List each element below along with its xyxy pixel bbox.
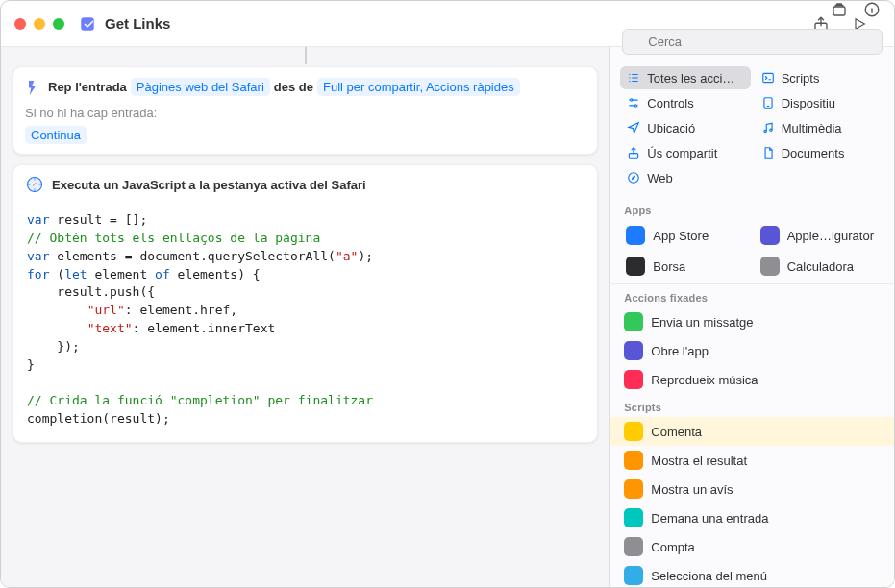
category-label: Scripts <box>782 71 820 86</box>
action-icon <box>624 451 643 470</box>
from-label: des de <box>274 80 313 94</box>
share-icon <box>626 145 641 160</box>
slider-icon <box>626 95 641 110</box>
script-action-item[interactable]: Demana una entrada <box>610 503 894 532</box>
app-icon <box>626 226 645 245</box>
app-icon <box>760 226 780 245</box>
search-box <box>622 29 883 55</box>
action-icon <box>624 479 643 499</box>
category-document[interactable]: Documents <box>755 141 884 164</box>
pinned-action-item[interactable]: Envia un missatge <box>610 307 894 336</box>
action-label: Envia un missatge <box>651 315 753 330</box>
action-icon <box>624 508 643 527</box>
category-label: Web <box>647 171 673 185</box>
script-action-item[interactable]: Compta <box>610 532 894 561</box>
category-label: Ubicació <box>647 121 695 135</box>
svg-point-11 <box>769 129 771 131</box>
category-terminal[interactable]: Scripts <box>755 66 884 89</box>
category-label: Dispositiu <box>782 96 835 110</box>
svg-point-8 <box>634 105 636 107</box>
action-title: Executa un JavaScript a la pestanya acti… <box>52 178 366 192</box>
workflow-editor: Rep l'entrada Pàgines web del Safari des… <box>1 47 609 587</box>
category-location[interactable]: Ubicació <box>620 116 750 139</box>
search-input[interactable] <box>622 29 883 55</box>
action-icon <box>624 370 643 389</box>
traffic-lights <box>14 18 64 30</box>
action-icon <box>624 312 643 331</box>
maximize-button[interactable] <box>53 18 64 30</box>
document-icon <box>760 145 776 160</box>
action-icon <box>624 422 643 441</box>
library-icon[interactable] <box>831 1 848 21</box>
app-item[interactable]: Apple…igurator <box>755 222 884 249</box>
continue-chip[interactable]: Continua <box>25 126 87 144</box>
input-card[interactable]: Rep l'entrada Pàgines web del Safari des… <box>12 66 598 155</box>
terminal-icon <box>760 70 776 86</box>
action-label: Compta <box>651 540 695 554</box>
category-label: Documents <box>782 146 845 160</box>
script-action-item[interactable]: Comenta <box>610 417 894 446</box>
action-icon <box>624 537 643 556</box>
input-source-chip[interactable]: Pàgines web del Safari <box>131 78 270 96</box>
info-icon[interactable] <box>863 1 881 21</box>
script-action-item[interactable]: Mostra el resultat <box>610 446 894 475</box>
svg-point-10 <box>764 130 766 132</box>
pinned-action-item[interactable]: Reprodueix música <box>610 365 894 394</box>
action-label: Obre l'app <box>651 344 709 358</box>
javascript-action-card[interactable]: Executa un JavaScript a la pestanya acti… <box>12 164 598 443</box>
no-input-label: Si no hi ha cap entrada: <box>13 100 597 124</box>
pinned-action-item[interactable]: Obre l'app <box>610 336 894 365</box>
action-icon <box>624 566 643 585</box>
svg-rect-6 <box>762 73 773 82</box>
app-icon <box>760 257 780 276</box>
script-action-item[interactable]: Selecciona del menú <box>610 561 894 588</box>
category-safari[interactable]: Web <box>620 166 750 189</box>
app-label: Borsa <box>653 259 685 274</box>
svg-rect-0 <box>81 17 94 31</box>
shortcut-icon <box>78 14 97 34</box>
close-button[interactable] <box>14 18 26 30</box>
action-label: Selecciona del menú <box>651 569 767 583</box>
category-label: Totes les acci… <box>647 71 734 86</box>
pinned-header: Accions fixades <box>610 284 894 307</box>
action-label: Demana una entrada <box>651 511 768 526</box>
action-label: Comenta <box>651 425 702 439</box>
category-list[interactable]: Totes les acci… <box>620 66 750 89</box>
device-icon <box>760 95 776 110</box>
category-label: Controls <box>647 96 693 110</box>
category-label: Multimèdia <box>782 121 842 135</box>
action-label: Mostra el resultat <box>651 453 747 468</box>
app-item[interactable]: Calculadora <box>755 253 884 280</box>
script-action-item[interactable]: Mostra un avís <box>610 475 894 503</box>
svg-rect-3 <box>833 7 845 15</box>
scripts-header: Scripts <box>610 394 894 417</box>
category-label: Ús compartit <box>647 146 717 160</box>
music-icon <box>760 120 776 135</box>
shortcuts-icon <box>25 77 44 96</box>
app-label: Apple…igurator <box>787 229 874 243</box>
category-music[interactable]: Multimèdia <box>755 116 884 139</box>
location-icon <box>626 120 641 135</box>
action-label: Reprodueix música <box>651 373 758 387</box>
app-label: App Store <box>653 229 709 243</box>
minimize-button[interactable] <box>34 18 45 30</box>
app-label: Calculadora <box>787 259 854 274</box>
receives-label: Rep l'entrada <box>48 80 127 94</box>
app-item[interactable]: App Store <box>620 222 750 249</box>
category-slider[interactable]: Controls <box>620 91 750 114</box>
action-label: Mostra un avís <box>651 482 733 497</box>
app-icon <box>626 257 645 276</box>
category-device[interactable]: Dispositiu <box>755 91 884 114</box>
actions-sidebar: Totes les acci…ScriptsControlsDispositiu… <box>609 47 894 587</box>
category-share[interactable]: Ús compartit <box>620 141 750 164</box>
safari-icon <box>25 175 44 194</box>
input-destinations-chip[interactable]: Full per compartir, Accions ràpides <box>317 78 520 96</box>
safari-icon <box>626 170 641 185</box>
connector-line <box>305 47 307 64</box>
apps-header: Apps <box>610 197 894 220</box>
code-editor[interactable]: var result = []; // Obtén tots els enlla… <box>13 204 597 442</box>
list-icon <box>626 70 641 86</box>
action-icon <box>624 341 643 360</box>
svg-point-7 <box>631 99 633 101</box>
app-item[interactable]: Borsa <box>620 253 750 280</box>
